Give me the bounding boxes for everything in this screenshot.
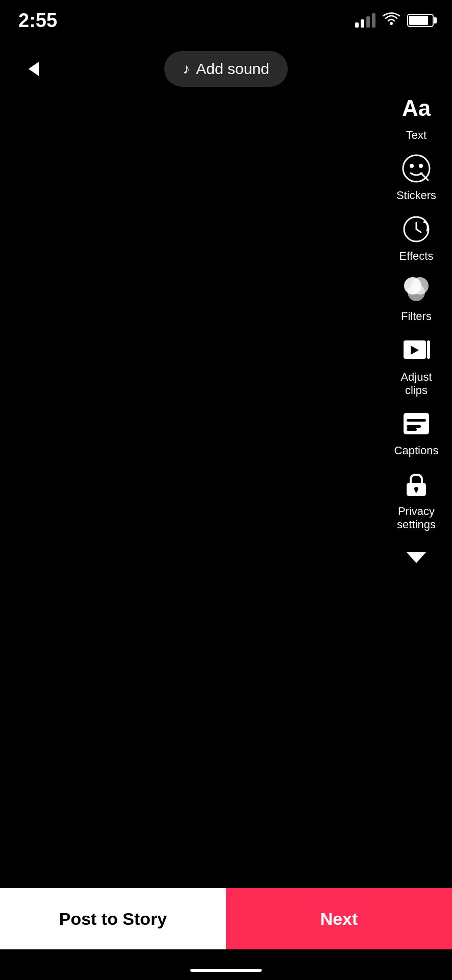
- toolbar-item-effects[interactable]: Effects: [391, 213, 442, 263]
- svg-point-0: [390, 22, 393, 25]
- post-to-story-button[interactable]: Post to Story: [0, 888, 226, 949]
- effects-icon: [400, 213, 433, 246]
- add-sound-button[interactable]: ♪ Add sound: [164, 51, 287, 87]
- privacy-settings-label: Privacysettings: [397, 505, 436, 532]
- toolbar-item-stickers[interactable]: Stickers: [391, 152, 442, 202]
- svg-rect-19: [415, 489, 417, 493]
- chevron-down-button[interactable]: [400, 547, 433, 568]
- svg-point-3: [419, 164, 423, 168]
- bottom-buttons: Post to Story Next: [0, 888, 452, 949]
- toolbar-item-text[interactable]: Aa Text: [391, 92, 442, 142]
- next-button[interactable]: Next: [226, 888, 452, 949]
- lock-icon: [400, 468, 433, 501]
- captions-icon: [400, 407, 433, 440]
- adjust-clips-icon: [400, 334, 433, 366]
- wifi-icon: [383, 12, 400, 29]
- chevron-down-icon: [406, 552, 426, 563]
- music-note-icon: ♪: [183, 61, 190, 77]
- text-label: Text: [406, 129, 426, 142]
- svg-rect-13: [404, 413, 429, 434]
- filters-label: Filters: [401, 310, 432, 323]
- toolbar-item-captions[interactable]: Captions: [391, 407, 442, 457]
- next-label: Next: [320, 909, 358, 929]
- adjust-clips-label: Adjust clips: [391, 371, 442, 398]
- svg-point-2: [410, 164, 414, 168]
- svg-rect-15: [407, 425, 421, 428]
- filters-icon: [400, 273, 433, 306]
- toolbar-item-adjust-clips[interactable]: Adjust clips: [391, 334, 442, 398]
- stickers-label: Stickers: [396, 189, 436, 202]
- top-bar: ♪ Add sound: [0, 51, 452, 87]
- battery-icon: [407, 14, 434, 27]
- svg-rect-16: [407, 428, 417, 431]
- effects-label: Effects: [399, 250, 434, 263]
- toolbar-item-filters[interactable]: Filters: [391, 273, 442, 323]
- sticker-icon: [400, 152, 433, 185]
- captions-label: Captions: [394, 444, 439, 457]
- svg-rect-14: [407, 419, 426, 422]
- post-to-story-label: Post to Story: [59, 909, 167, 929]
- back-button[interactable]: [18, 54, 49, 84]
- back-chevron-icon: [29, 62, 39, 76]
- status-icons: [355, 12, 434, 29]
- status-bar: 2:55: [0, 0, 452, 41]
- right-toolbar: Aa Text Stickers: [391, 92, 442, 568]
- text-icon: Aa: [400, 92, 433, 125]
- home-indicator: [190, 969, 262, 972]
- status-time: 2:55: [18, 10, 57, 32]
- svg-point-9: [408, 284, 425, 301]
- add-sound-label: Add sound: [196, 60, 269, 78]
- toolbar-item-privacy-settings[interactable]: Privacysettings: [391, 468, 442, 532]
- signal-icon: [355, 13, 375, 28]
- svg-rect-12: [427, 340, 430, 359]
